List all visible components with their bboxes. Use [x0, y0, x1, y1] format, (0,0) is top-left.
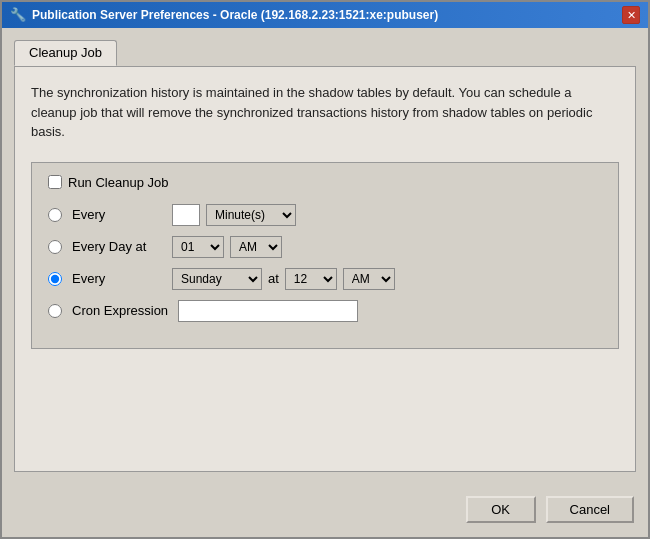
day-ampm-select[interactable]: AM PM: [230, 236, 282, 258]
description-text: The synchronization history is maintaine…: [31, 83, 619, 142]
cron-label: Cron Expression: [72, 303, 168, 318]
every-minute-label: Every: [72, 207, 162, 222]
tab-label: Cleanup Job: [29, 45, 102, 60]
title-bar: 🔧 Publication Server Preferences - Oracl…: [2, 2, 648, 28]
day-hour-select[interactable]: 01020304 05060708 09101112: [172, 236, 224, 258]
bottom-bar: OK Cancel: [2, 484, 648, 537]
week-day-select[interactable]: Sunday Monday Tuesday Wednesday Thursday…: [172, 268, 262, 290]
run-cleanup-label: Run Cleanup Job: [68, 175, 168, 190]
cancel-button[interactable]: Cancel: [546, 496, 634, 523]
every-minute-radio[interactable]: [48, 208, 62, 222]
at-label: at: [268, 271, 279, 286]
minute-input[interactable]: [172, 204, 200, 226]
close-button[interactable]: ✕: [622, 6, 640, 24]
cron-controls: [178, 300, 358, 322]
every-day-radio[interactable]: [48, 240, 62, 254]
every-week-radio[interactable]: [48, 272, 62, 286]
every-week-label: Every: [72, 271, 162, 286]
cleanup-job-tab[interactable]: Cleanup Job: [14, 40, 117, 66]
tab-container: Cleanup Job: [14, 40, 636, 66]
week-hour-select[interactable]: 12 01020304 05060708 091011: [285, 268, 337, 290]
window-content: Cleanup Job The synchronization history …: [2, 28, 648, 484]
every-minute-controls: Minute(s) Hour(s): [172, 204, 296, 226]
cleanup-group: Run Cleanup Job Every Minute(s) Hour(s): [31, 162, 619, 349]
minutes-select[interactable]: Minute(s) Hour(s): [206, 204, 296, 226]
cron-radio[interactable]: [48, 304, 62, 318]
main-panel: The synchronization history is maintaine…: [14, 66, 636, 472]
cron-input[interactable]: [178, 300, 358, 322]
every-week-row: Every Sunday Monday Tuesday Wednesday Th…: [48, 268, 602, 290]
title-bar-left: 🔧 Publication Server Preferences - Oracl…: [10, 7, 438, 23]
run-cleanup-checkbox[interactable]: [48, 175, 62, 189]
main-window: 🔧 Publication Server Preferences - Oracl…: [0, 0, 650, 539]
group-header: Run Cleanup Job: [48, 175, 602, 190]
every-minute-row: Every Minute(s) Hour(s): [48, 204, 602, 226]
every-week-controls: Sunday Monday Tuesday Wednesday Thursday…: [172, 268, 395, 290]
ok-button[interactable]: OK: [466, 496, 536, 523]
every-day-label: Every Day at: [72, 239, 162, 254]
week-ampm-select[interactable]: AM PM: [343, 268, 395, 290]
cron-row: Cron Expression: [48, 300, 602, 322]
every-day-controls: 01020304 05060708 09101112 AM PM: [172, 236, 282, 258]
title-bar-text: Publication Server Preferences - Oracle …: [32, 8, 438, 22]
every-day-row: Every Day at 01020304 05060708 09101112 …: [48, 236, 602, 258]
app-icon: 🔧: [10, 7, 26, 23]
